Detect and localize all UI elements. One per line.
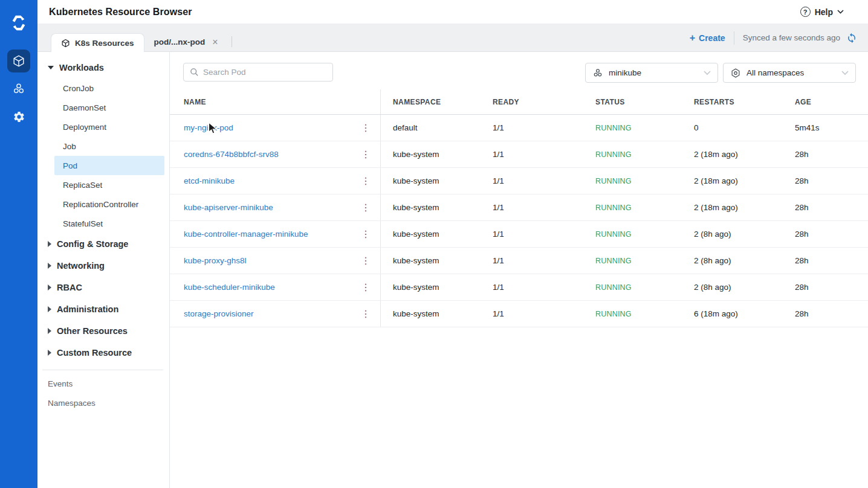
name-cell: my-nginx-pod ⋮ (170, 115, 381, 141)
pod-link[interactable]: my-nginx-pod (184, 123, 233, 132)
namespace-cell: kube-system (381, 203, 481, 212)
kebab-menu-icon[interactable]: ⋮ (358, 256, 373, 266)
namespace-cell: kube-system (381, 150, 481, 159)
gear-icon (13, 111, 25, 123)
pod-link[interactable]: storage-provisioner (184, 309, 254, 318)
create-label: Create (699, 33, 725, 43)
search-input[interactable] (203, 68, 326, 77)
sidebar-section[interactable]: Other Resources (37, 320, 169, 342)
help-menu[interactable]: ? Help (800, 7, 844, 17)
close-tab-icon[interactable]: × (212, 37, 218, 47)
app-rail (0, 0, 37, 488)
column-header-ready[interactable]: READY (481, 98, 583, 106)
tab-pod-detail[interactable]: pod/...nx-pod × (144, 33, 228, 51)
collapsed-sections: Config & Storage Networking RBAC (37, 233, 169, 364)
kebab-menu-icon[interactable]: ⋮ (358, 283, 373, 292)
table-body: my-nginx-pod ⋮ default 1/1 RUNNING 0 5m4… (170, 115, 868, 327)
sidebar-item[interactable]: DaemonSet (54, 98, 164, 117)
pod-link[interactable]: kube-scheduler-minikube (184, 283, 275, 292)
triangle-collapsed-icon (48, 263, 51, 269)
status-cell: RUNNING (583, 283, 682, 292)
pod-link[interactable]: coredns-674b8bbfcf-srv88 (184, 150, 279, 159)
sidebar-section[interactable]: Networking (37, 255, 169, 277)
section-label: Workloads (59, 63, 104, 72)
age-cell: 28h (783, 256, 868, 265)
ready-cell: 1/1 (481, 256, 583, 265)
search-box (183, 63, 333, 82)
column-header-namespace[interactable]: NAMESPACE (381, 98, 481, 106)
sidebar-section[interactable]: Custom Resource (37, 342, 169, 364)
age-cell: 28h (783, 230, 868, 239)
cube-icon (61, 39, 70, 48)
sidebar-item[interactable]: Job (54, 136, 164, 156)
status-cell: RUNNING (583, 310, 682, 318)
app-logo-icon[interactable] (8, 12, 30, 34)
ready-cell: 1/1 (481, 230, 583, 239)
kebab-menu-icon[interactable]: ⋮ (358, 230, 373, 239)
page-title: Kubernetes Resource Browser (49, 7, 192, 18)
pod-link[interactable]: etcd-minikube (184, 176, 235, 185)
age-cell: 28h (783, 203, 868, 212)
pod-link[interactable]: kube-apiserver-minikube (184, 203, 273, 212)
sidebar-section-workloads[interactable]: Workloads (37, 57, 169, 79)
workloads-list: CronJob DaemonSet Deployment Job Pod Rep… (37, 79, 169, 233)
pod-link[interactable]: kube-controller-manager-minikube (184, 230, 308, 239)
ready-cell: 1/1 (481, 150, 583, 159)
sidebar-item[interactable]: CronJob (54, 79, 164, 98)
sidebar-footer-item[interactable]: Events (37, 374, 169, 393)
namespace-select[interactable]: All namespaces (723, 63, 856, 83)
column-header-restarts[interactable]: RESTARTS (682, 98, 783, 106)
name-cell: etcd-minikube ⋮ (170, 168, 381, 194)
rail-clusters-button[interactable] (7, 77, 30, 100)
tab-k8s-resources[interactable]: K8s Resources (51, 33, 144, 52)
chevron-down-icon (704, 71, 711, 75)
restarts-cell: 2 (8h ago) (682, 230, 783, 239)
sidebar-section[interactable]: Administration (37, 298, 169, 320)
pod-link[interactable]: kube-proxy-ghs8l (184, 256, 247, 265)
rail-resources-button[interactable] (7, 50, 30, 72)
rail-settings-button[interactable] (7, 105, 30, 128)
status-cell: RUNNING (583, 257, 682, 265)
kebab-menu-icon[interactable]: ⋮ (358, 309, 373, 319)
tab-label: pod/...nx-pod (154, 37, 206, 47)
pods-table: NAME NAMESPACE READY STATUS RESTARTS AGE… (170, 89, 868, 327)
triangle-expanded-icon (48, 66, 54, 69)
sidebar-item[interactable]: StatefulSet (54, 214, 164, 233)
sidebar-section[interactable]: Config & Storage (37, 233, 169, 255)
column-header-name[interactable]: NAME (170, 89, 381, 114)
kebab-menu-icon[interactable]: ⋮ (358, 203, 373, 213)
cluster-select[interactable]: minikube (585, 63, 718, 83)
sidebar-item[interactable]: Deployment (54, 117, 164, 136)
sidebar-item[interactable]: Pod (54, 156, 164, 175)
status-cell: RUNNING (583, 230, 682, 239)
sidebar-section[interactable]: RBAC (37, 277, 169, 298)
namespace-cell: kube-system (381, 256, 481, 265)
search-icon (190, 68, 199, 77)
name-cell: kube-controller-manager-minikube ⋮ (170, 221, 381, 247)
chevron-down-icon (837, 10, 844, 14)
sidebar-footer-item[interactable]: Namespaces (37, 393, 169, 413)
ready-cell: 1/1 (481, 309, 583, 318)
kebab-menu-icon[interactable]: ⋮ (358, 123, 373, 133)
sidebar-item[interactable]: ReplicationController (54, 194, 164, 214)
table-row: etcd-minikube ⋮ kube-system 1/1 RUNNING … (170, 168, 868, 194)
triangle-collapsed-icon (48, 241, 51, 247)
create-button[interactable]: + Create (690, 33, 725, 43)
refresh-icon[interactable] (846, 33, 857, 43)
toolbar: minikube All namespaces (170, 52, 868, 89)
namespace-cell: kube-system (381, 230, 481, 239)
ready-cell: 1/1 (481, 283, 583, 292)
filter-selects: minikube All namespaces (585, 63, 856, 83)
sidebar-divider (42, 370, 163, 370)
kebab-menu-icon[interactable]: ⋮ (358, 150, 373, 159)
table-row: my-nginx-pod ⋮ default 1/1 RUNNING 0 5m4… (170, 115, 868, 141)
table-row: kube-scheduler-minikube ⋮ kube-system 1/… (170, 274, 868, 301)
kebab-menu-icon[interactable]: ⋮ (358, 176, 373, 186)
tab-separator (232, 36, 232, 47)
table-row: kube-apiserver-minikube ⋮ kube-system 1/… (170, 194, 868, 221)
column-header-status[interactable]: STATUS (583, 98, 682, 106)
column-header-age[interactable]: AGE (783, 98, 868, 106)
sidebar-item[interactable]: ReplicaSet (54, 175, 164, 194)
ready-cell: 1/1 (481, 176, 583, 185)
namespace-cell: default (381, 123, 481, 132)
